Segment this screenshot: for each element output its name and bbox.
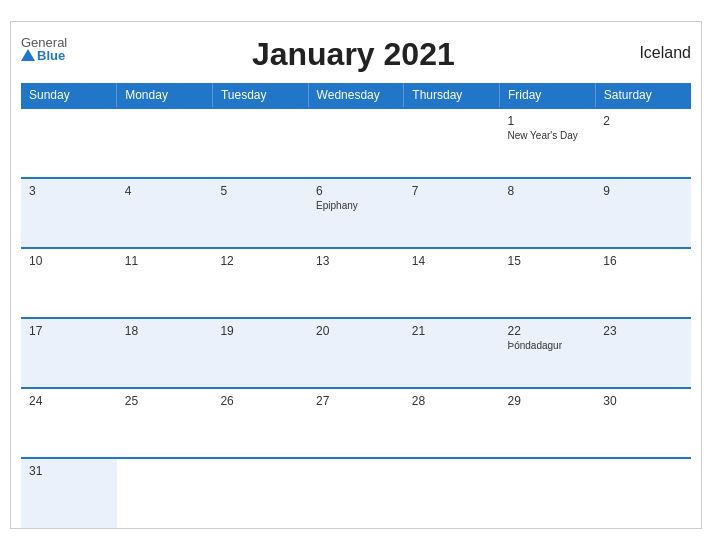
day-cell: 7 — [404, 178, 500, 248]
day-number: 14 — [412, 254, 492, 268]
day-cell — [212, 108, 308, 178]
day-number: 24 — [29, 394, 109, 408]
day-number: 18 — [125, 324, 205, 338]
day-cell — [21, 108, 117, 178]
day-cell: 23 — [595, 318, 691, 388]
day-number: 15 — [508, 254, 588, 268]
day-cell: 20 — [308, 318, 404, 388]
day-number: 7 — [412, 184, 492, 198]
day-cell: 27 — [308, 388, 404, 458]
day-cell: 9 — [595, 178, 691, 248]
day-number: 13 — [316, 254, 396, 268]
day-number: 28 — [412, 394, 492, 408]
day-cell: 22Þóndadagur — [500, 318, 596, 388]
day-cell: 18 — [117, 318, 213, 388]
day-number: 4 — [125, 184, 205, 198]
day-cell: 24 — [21, 388, 117, 458]
day-number: 5 — [220, 184, 300, 198]
day-cell: 10 — [21, 248, 117, 318]
day-number: 23 — [603, 324, 683, 338]
day-cell — [308, 108, 404, 178]
day-number: 21 — [412, 324, 492, 338]
day-cell: 8 — [500, 178, 596, 248]
calendar-header: General Blue January 2021 Iceland — [21, 32, 691, 77]
day-cell: 15 — [500, 248, 596, 318]
week-row-1: 3456Epiphany789 — [21, 178, 691, 248]
calendar-tbody: 1New Year's Day23456Epiphany789101112131… — [21, 108, 691, 528]
day-cell: 21 — [404, 318, 500, 388]
calendar-title: January 2021 — [67, 36, 639, 73]
day-number: 10 — [29, 254, 109, 268]
day-cell: 26 — [212, 388, 308, 458]
day-number: 16 — [603, 254, 683, 268]
col-wednesday: Wednesday — [308, 83, 404, 108]
col-thursday: Thursday — [404, 83, 500, 108]
col-tuesday: Tuesday — [212, 83, 308, 108]
day-number: 6 — [316, 184, 396, 198]
day-cell: 17 — [21, 318, 117, 388]
calendar-thead: Sunday Monday Tuesday Wednesday Thursday… — [21, 83, 691, 108]
day-number: 26 — [220, 394, 300, 408]
col-friday: Friday — [500, 83, 596, 108]
week-row-4: 24252627282930 — [21, 388, 691, 458]
day-cell — [212, 458, 308, 528]
calendar-grid: Sunday Monday Tuesday Wednesday Thursday… — [21, 83, 691, 528]
logo: General Blue — [21, 36, 67, 62]
col-monday: Monday — [117, 83, 213, 108]
day-number: 9 — [603, 184, 683, 198]
day-cell — [308, 458, 404, 528]
day-cell: 28 — [404, 388, 500, 458]
day-number: 27 — [316, 394, 396, 408]
day-cell — [404, 458, 500, 528]
calendar-country: Iceland — [639, 36, 691, 62]
day-cell: 13 — [308, 248, 404, 318]
day-cell — [117, 108, 213, 178]
week-row-0: 1New Year's Day2 — [21, 108, 691, 178]
day-number: 31 — [29, 464, 109, 478]
col-sunday: Sunday — [21, 83, 117, 108]
day-number: 20 — [316, 324, 396, 338]
day-cell: 5 — [212, 178, 308, 248]
day-number: 11 — [125, 254, 205, 268]
day-cell: 2 — [595, 108, 691, 178]
day-number: 8 — [508, 184, 588, 198]
day-number: 1 — [508, 114, 588, 128]
day-cell: 3 — [21, 178, 117, 248]
day-cell — [404, 108, 500, 178]
col-saturday: Saturday — [595, 83, 691, 108]
day-number: 3 — [29, 184, 109, 198]
day-cell: 1New Year's Day — [500, 108, 596, 178]
day-cell: 16 — [595, 248, 691, 318]
week-row-2: 10111213141516 — [21, 248, 691, 318]
day-cell: 25 — [117, 388, 213, 458]
day-number: 17 — [29, 324, 109, 338]
day-cell: 6Epiphany — [308, 178, 404, 248]
logo-triangle-icon — [21, 49, 35, 61]
day-event: Epiphany — [316, 200, 396, 211]
day-number: 12 — [220, 254, 300, 268]
day-number: 29 — [508, 394, 588, 408]
day-cell: 31 — [21, 458, 117, 528]
day-number: 22 — [508, 324, 588, 338]
day-cell: 4 — [117, 178, 213, 248]
day-cell: 30 — [595, 388, 691, 458]
calendar-container: General Blue January 2021 Iceland Sunday… — [10, 21, 702, 529]
day-number: 2 — [603, 114, 683, 128]
logo-blue-text: Blue — [21, 49, 67, 62]
week-row-3: 171819202122Þóndadagur23 — [21, 318, 691, 388]
day-number: 25 — [125, 394, 205, 408]
week-row-5: 31 — [21, 458, 691, 528]
day-event: Þóndadagur — [508, 340, 588, 351]
day-cell — [117, 458, 213, 528]
day-cell: 11 — [117, 248, 213, 318]
day-cell: 29 — [500, 388, 596, 458]
day-cell: 14 — [404, 248, 500, 318]
day-cell — [595, 458, 691, 528]
days-of-week-row: Sunday Monday Tuesday Wednesday Thursday… — [21, 83, 691, 108]
day-cell — [500, 458, 596, 528]
day-event: New Year's Day — [508, 130, 588, 141]
day-cell: 12 — [212, 248, 308, 318]
day-number: 30 — [603, 394, 683, 408]
day-cell: 19 — [212, 318, 308, 388]
day-number: 19 — [220, 324, 300, 338]
